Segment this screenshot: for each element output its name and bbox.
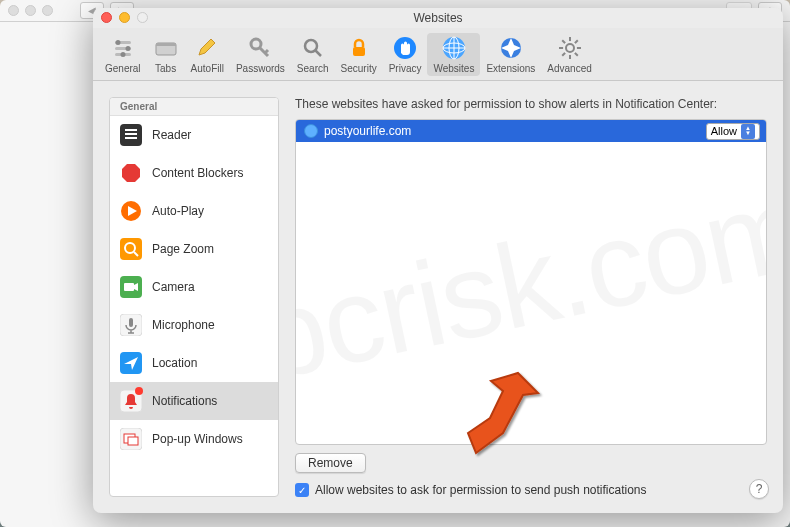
sidebar-item-label: Camera — [152, 280, 195, 294]
toolbar-label: Search — [297, 63, 329, 74]
pref-body: General ReaderContent BlockersAuto-PlayP… — [93, 81, 783, 513]
main-panel: These websites have asked for permission… — [295, 97, 767, 497]
toolbar-autofill[interactable]: AutoFill — [185, 33, 230, 76]
globe-icon — [441, 35, 467, 61]
sidebar-item-pop-up-windows[interactable]: Pop-up Windows — [110, 420, 278, 458]
browser-close-button[interactable] — [8, 5, 19, 16]
reader-icon — [120, 124, 142, 146]
toolbar-label: Passwords — [236, 63, 285, 74]
sidebar-item-page-zoom[interactable]: Page Zoom — [110, 230, 278, 268]
preferences-window: Websites GeneralTabsAutoFillPasswordsSea… — [93, 8, 783, 513]
toolbar-general[interactable]: General — [99, 33, 147, 76]
mic-icon — [120, 314, 142, 336]
sidebar: General ReaderContent BlockersAuto-PlayP… — [109, 97, 279, 497]
toolbar-label: Advanced — [547, 63, 591, 74]
svg-rect-40 — [129, 318, 133, 327]
sidebar-item-label: Pop-up Windows — [152, 432, 243, 446]
switches-icon — [110, 35, 136, 61]
toolbar-label: AutoFill — [191, 63, 224, 74]
sidebar-item-location[interactable]: Location — [110, 344, 278, 382]
zoom-icon — [120, 238, 142, 260]
sidebar-item-label: Location — [152, 356, 197, 370]
list-actions: Remove — [295, 453, 767, 473]
sidebar-item-auto-play[interactable]: Auto-Play — [110, 192, 278, 230]
svg-rect-10 — [353, 47, 365, 56]
svg-rect-45 — [128, 437, 138, 445]
site-row[interactable]: postyourlife.comAllow▲▼ — [296, 120, 766, 142]
key-icon — [247, 35, 273, 61]
remove-button[interactable]: Remove — [295, 453, 366, 473]
help-button[interactable]: ? — [749, 479, 769, 499]
badge-dot — [135, 387, 143, 395]
ask-permission-row[interactable]: ✓ Allow websites to ask for permission t… — [295, 483, 767, 497]
toolbar-label: Websites — [433, 63, 474, 74]
svg-point-3 — [125, 46, 130, 51]
browser-min-button[interactable] — [25, 5, 36, 16]
svg-marker-31 — [122, 164, 140, 182]
permission-select[interactable]: Allow▲▼ — [706, 123, 760, 140]
close-button[interactable] — [101, 12, 112, 23]
sidebar-item-label: Page Zoom — [152, 242, 214, 256]
svg-rect-30 — [125, 137, 137, 139]
toolbar-label: Extensions — [486, 63, 535, 74]
toolbar-label: Tabs — [155, 63, 176, 74]
svg-rect-34 — [120, 238, 142, 260]
sidebar-item-label: Microphone — [152, 318, 215, 332]
permission-value: Allow — [711, 125, 737, 137]
instruction-text: These websites have asked for permission… — [295, 97, 767, 111]
toolbar-extensions[interactable]: Extensions — [480, 33, 541, 76]
sidebar-item-notifications[interactable]: Notifications — [110, 382, 278, 420]
sidebar-item-label: Reader — [152, 128, 191, 142]
pref-toolbar: GeneralTabsAutoFillPasswordsSearchSecuri… — [93, 28, 783, 81]
svg-rect-37 — [124, 283, 134, 291]
play-icon — [120, 200, 142, 222]
sidebar-item-microphone[interactable]: Microphone — [110, 306, 278, 344]
sidebar-item-camera[interactable]: Camera — [110, 268, 278, 306]
svg-point-1 — [115, 40, 120, 45]
hand-icon — [392, 35, 418, 61]
toolbar-privacy[interactable]: Privacy — [383, 33, 428, 76]
sidebar-item-label: Notifications — [152, 394, 217, 408]
pref-traffic-lights — [101, 12, 148, 23]
toolbar-passwords[interactable]: Passwords — [230, 33, 291, 76]
checkbox-label: Allow websites to ask for permission to … — [315, 483, 647, 497]
svg-point-5 — [120, 52, 125, 57]
svg-rect-28 — [125, 129, 137, 131]
toolbar-advanced[interactable]: Advanced — [541, 33, 597, 76]
watermark: pcrisk.com — [296, 120, 766, 444]
site-domain: postyourlife.com — [324, 124, 700, 138]
toolbar-label: Privacy — [389, 63, 422, 74]
location-icon — [120, 352, 142, 374]
browser-traffic-lights — [8, 5, 53, 16]
pref-titlebar: Websites — [93, 8, 783, 28]
toolbar-label: Security — [341, 63, 377, 74]
browser-max-button[interactable] — [42, 5, 53, 16]
select-arrows-icon: ▲▼ — [741, 124, 755, 139]
toolbar-tabs[interactable]: Tabs — [147, 33, 185, 76]
search-icon — [300, 35, 326, 61]
sidebar-item-label: Auto-Play — [152, 204, 204, 218]
tab-icon — [153, 35, 179, 61]
pencil-icon — [194, 35, 220, 61]
globe-icon — [304, 124, 318, 138]
lock-icon — [346, 35, 372, 61]
popwin-icon — [120, 428, 142, 450]
toolbar-security[interactable]: Security — [335, 33, 383, 76]
toolbar-websites[interactable]: Websites — [427, 33, 480, 76]
sidebar-item-label: Content Blockers — [152, 166, 243, 180]
svg-rect-7 — [156, 43, 176, 46]
website-list[interactable]: pcrisk.com postyourlife.comAllow▲▼ — [295, 119, 767, 445]
checkbox-icon[interactable]: ✓ — [295, 483, 309, 497]
stop-icon — [120, 162, 142, 184]
sidebar-item-reader[interactable]: Reader — [110, 116, 278, 154]
window-title: Websites — [413, 11, 462, 25]
zoom-button[interactable] — [137, 12, 148, 23]
minimize-button[interactable] — [119, 12, 130, 23]
svg-rect-29 — [125, 133, 137, 135]
sidebar-item-content-blockers[interactable]: Content Blockers — [110, 154, 278, 192]
sidebar-header: General — [110, 98, 278, 116]
toolbar-label: General — [105, 63, 141, 74]
gear-icon — [557, 35, 583, 61]
camera-icon — [120, 276, 142, 298]
toolbar-search[interactable]: Search — [291, 33, 335, 76]
